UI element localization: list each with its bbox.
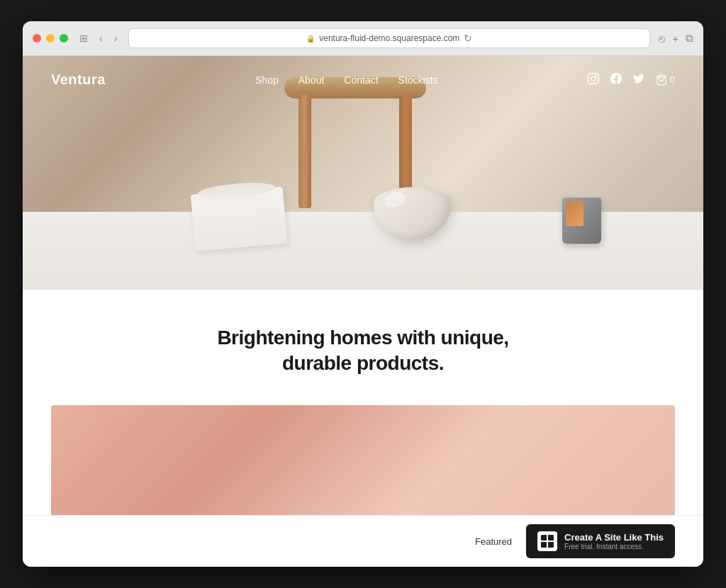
cart-icon[interactable]: 0 [656, 74, 675, 86]
minimize-button[interactable] [46, 34, 55, 43]
small-cup [562, 198, 601, 244]
featured-label: Featured [475, 536, 512, 547]
site-logo[interactable]: Ventura [51, 72, 106, 88]
products-section [23, 405, 703, 515]
sq-cell-1 [541, 535, 547, 541]
nav-about[interactable]: About [298, 74, 325, 86]
facebook-icon[interactable] [610, 73, 622, 87]
url-text: ventura-fluid-demo.squarespace.com [319, 33, 459, 43]
cart-count: 0 [670, 74, 675, 85]
twitter-icon[interactable] [633, 73, 644, 87]
bowl-body [374, 187, 452, 240]
textile [191, 186, 287, 251]
squarespace-logo [537, 531, 557, 551]
nav-stockists[interactable]: Stockists [398, 74, 438, 86]
product-image-1 [51, 405, 675, 515]
browser-controls: ⊞ ‹ › [77, 31, 120, 45]
browser-window: ⊞ ‹ › 🔒 ventura-fluid-demo.squarespace.c… [23, 21, 703, 567]
nav-icons: 0 [588, 73, 675, 87]
product-card-1[interactable] [51, 405, 675, 515]
bottom-bar: Featured Create A Site Like This Free tr… [23, 515, 703, 567]
create-site-button[interactable]: Create A Site Like This Free trial. Inst… [526, 524, 675, 558]
nav-links: Shop About Contact Stockists [255, 74, 438, 86]
nav-contact[interactable]: Contact [344, 74, 378, 86]
maximize-button[interactable] [60, 34, 68, 43]
sidebar-toggle-button[interactable]: ⊞ [77, 31, 91, 45]
tagline: Brightening homes with unique, durable p… [51, 325, 675, 377]
close-button[interactable] [33, 34, 41, 43]
traffic-lights [33, 34, 68, 43]
browser-chrome: ⊞ ‹ › 🔒 ventura-fluid-demo.squarespace.c… [23, 21, 703, 56]
refresh-icon[interactable]: ↻ [464, 33, 472, 44]
create-site-text: Create A Site Like This Free trial. Inst… [564, 532, 664, 550]
sq-cell-3 [541, 542, 547, 548]
sq-cell-2 [548, 535, 554, 541]
chair-leg-left [298, 95, 311, 208]
tagline-line2: durable products. [282, 352, 444, 374]
back-button[interactable]: ‹ [96, 31, 106, 45]
squarespace-icon [541, 535, 554, 548]
share-icon[interactable]: ⎋ [659, 33, 665, 45]
tagline-line1: Brightening homes with unique, [217, 327, 508, 349]
sq-cell-4 [548, 542, 554, 548]
nav-shop[interactable]: Shop [255, 74, 279, 86]
instagram-icon[interactable] [588, 73, 599, 87]
website-wrapper: Ventura Shop About Contact Stockists [23, 56, 703, 567]
new-tab-icon[interactable]: + [672, 33, 678, 45]
address-bar[interactable]: 🔒 ventura-fluid-demo.squarespace.com ↻ [128, 28, 650, 48]
site-nav: Ventura Shop About Contact Stockists [23, 56, 703, 103]
create-site-title: Create A Site Like This [564, 532, 664, 543]
tabs-icon[interactable]: ⧉ [686, 32, 693, 45]
forward-button[interactable]: › [111, 31, 121, 45]
ceramic-bowl [374, 187, 452, 240]
hero-section: Ventura Shop About Contact Stockists [23, 56, 703, 290]
browser-actions: ⎋ + ⧉ [659, 32, 693, 45]
content-section: Brightening homes with unique, durable p… [23, 290, 703, 405]
create-site-subtitle: Free trial. Instant access. [564, 543, 664, 550]
table-surface [23, 212, 703, 290]
lock-icon: 🔒 [306, 35, 315, 43]
